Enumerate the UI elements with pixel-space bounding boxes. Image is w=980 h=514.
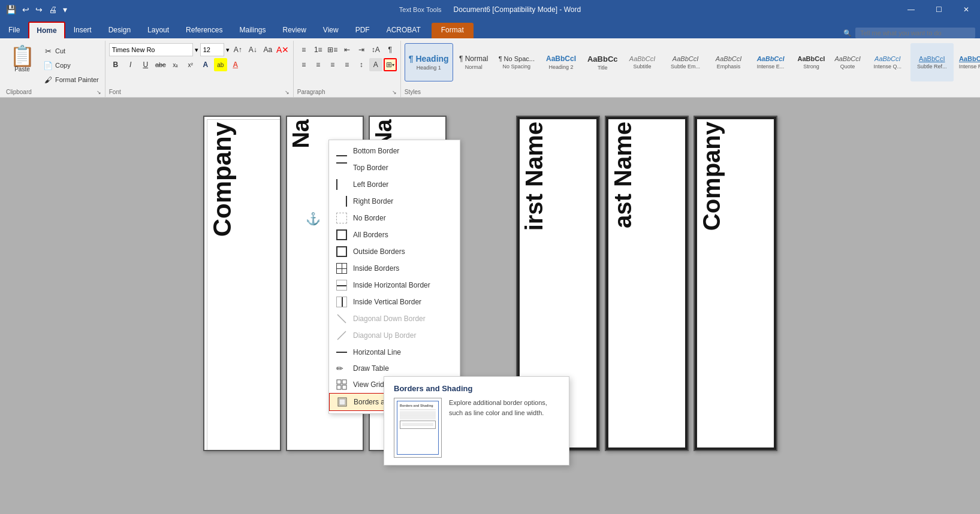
style-subtle-ref-preview: AaBbCcI bbox=[919, 55, 945, 62]
menu-item-outside-borders[interactable]: Outside Borders bbox=[329, 243, 460, 260]
align-left-button[interactable]: ≡ bbox=[297, 58, 310, 71]
shading-button[interactable]: A bbox=[369, 58, 382, 71]
paste-button[interactable]: 📋 Paste bbox=[6, 43, 38, 75]
multilevel-list-button[interactable]: ⊞≡ bbox=[326, 43, 339, 56]
font-name-input[interactable] bbox=[109, 43, 193, 56]
line-spacing-button[interactable]: ↕ bbox=[355, 58, 368, 71]
undo-icon[interactable]: ↩ bbox=[21, 4, 31, 16]
tooltip-image-inner: Borders and Shading bbox=[397, 401, 439, 455]
minimize-button[interactable]: — bbox=[897, 0, 925, 19]
close-button[interactable]: ✕ bbox=[952, 0, 980, 19]
menu-item-no-border[interactable]: No Border bbox=[329, 210, 460, 226]
tab-review[interactable]: Review bbox=[274, 22, 314, 38]
style-subtitle-preview: AaBbCcI bbox=[629, 55, 655, 62]
font-size-input[interactable] bbox=[200, 43, 224, 56]
sort-button[interactable]: ↕A bbox=[369, 43, 382, 56]
style-intense-e[interactable]: AaBbCcI Intense E... bbox=[749, 43, 792, 81]
style-subtle-ref[interactable]: AaBbCcI Subtle Ref... bbox=[910, 43, 954, 81]
style-heading2[interactable]: AaBbCcI Heading 2 bbox=[540, 43, 582, 81]
increase-indent-button[interactable]: ⇥ bbox=[355, 43, 368, 56]
style-emphasis[interactable]: AaBbCcI Emphasis bbox=[710, 43, 748, 81]
tab-layout[interactable]: Layout bbox=[139, 22, 177, 38]
menu-item-diag-down-border[interactable]: Diagonal Down Border bbox=[329, 310, 460, 327]
menu-item-inside-borders[interactable]: Inside Borders bbox=[329, 260, 460, 277]
tab-references[interactable]: References bbox=[177, 22, 231, 38]
menu-item-all-borders[interactable]: All Borders bbox=[329, 226, 460, 243]
clear-format-button[interactable]: A✕ bbox=[276, 43, 290, 56]
menu-item-diag-up-border[interactable]: Diagonal Up Border bbox=[329, 327, 460, 344]
customize-icon[interactable]: ▾ bbox=[62, 4, 68, 16]
style-no-spacing[interactable]: ¶ No Spac... No Spacing bbox=[494, 43, 539, 81]
tab-insert[interactable]: Insert bbox=[65, 22, 100, 38]
paragraph-dialog-launcher[interactable]: ↘ bbox=[392, 89, 397, 95]
text-effects-button[interactable]: A bbox=[199, 58, 212, 71]
draw-table-icon: ✏ bbox=[336, 364, 347, 373]
diag-down-border-icon bbox=[336, 313, 347, 324]
tab-format[interactable]: Format bbox=[432, 23, 474, 38]
style-intense-q[interactable]: AaBbCcI Intense Q... bbox=[866, 43, 909, 81]
tab-acrobat[interactable]: ACROBAT bbox=[378, 22, 429, 38]
menu-item-inside-h-border[interactable]: Inside Horizontal Border bbox=[329, 277, 460, 294]
borders-button[interactable]: ⊞ ▾ bbox=[384, 58, 397, 71]
borders-dropdown-arrow[interactable]: ▾ bbox=[392, 62, 394, 68]
menu-item-left-border[interactable]: Left Border bbox=[329, 176, 460, 193]
font-dialog-launcher[interactable]: ↘ bbox=[285, 89, 290, 95]
inside-borders-icon bbox=[336, 263, 347, 274]
style-subtle-em[interactable]: AaBbCcI Subtle Em... bbox=[663, 43, 708, 81]
style-intense[interactable]: AaBbCcI Intense Ref bbox=[955, 43, 980, 81]
tab-home[interactable]: Home bbox=[28, 22, 65, 38]
save-icon[interactable]: 💾 bbox=[5, 4, 17, 16]
style-title[interactable]: AaBbCc Title bbox=[583, 43, 622, 81]
numbered-list-button[interactable]: 1≡ bbox=[312, 43, 325, 56]
style-strong[interactable]: AaBbCcI Strong bbox=[794, 43, 830, 81]
copy-button[interactable]: 📄 Copy bbox=[41, 59, 101, 72]
menu-item-bottom-border[interactable]: Bottom Border bbox=[329, 143, 460, 159]
font-size-dropdown[interactable]: ▾ bbox=[226, 46, 230, 54]
clipboard-dialog-launcher[interactable]: ↘ bbox=[97, 89, 101, 95]
align-center-button[interactable]: ≡ bbox=[312, 58, 325, 71]
font-name-dropdown[interactable]: ▾ bbox=[195, 46, 198, 54]
page-6-text-company: Company bbox=[699, 122, 723, 231]
style-heading1[interactable]: ¶ Heading Heading 1 bbox=[405, 43, 453, 81]
cut-button[interactable]: ✂ Cut bbox=[41, 44, 101, 58]
paste-label: Paste bbox=[14, 66, 30, 72]
tab-pdf[interactable]: PDF bbox=[347, 22, 378, 38]
menu-item-draw-table[interactable]: ✏ Draw Table bbox=[329, 361, 460, 376]
tab-mailings[interactable]: Mailings bbox=[231, 22, 274, 38]
decrease-font-button[interactable]: A↓ bbox=[246, 43, 260, 56]
tab-view[interactable]: View bbox=[315, 22, 347, 38]
change-case-button[interactable]: Aa bbox=[261, 43, 275, 56]
style-subtitle[interactable]: AaBbCcI Subtitle bbox=[623, 43, 662, 81]
strikethrough-button[interactable]: abc bbox=[154, 58, 167, 71]
bullets-button[interactable]: ≡ bbox=[297, 43, 310, 56]
copy-icon: 📄 bbox=[43, 61, 53, 70]
style-emphasis-preview: AaBbCcI bbox=[716, 55, 741, 62]
decrease-indent-button[interactable]: ⇤ bbox=[340, 43, 354, 56]
underline-button[interactable]: U bbox=[139, 58, 152, 71]
redo-icon[interactable]: ↪ bbox=[34, 4, 44, 16]
bold-button[interactable]: B bbox=[109, 58, 122, 71]
search-input[interactable] bbox=[855, 28, 975, 38]
highlight-button[interactable]: ab bbox=[214, 58, 227, 71]
menu-item-right-border[interactable]: Right Border bbox=[329, 193, 460, 210]
tooltip-description: Explore additional border options, such … bbox=[449, 398, 559, 418]
font-color-button[interactable]: A bbox=[229, 58, 242, 71]
italic-button[interactable]: I bbox=[124, 58, 137, 71]
menu-item-top-border[interactable]: Top Border bbox=[329, 159, 460, 176]
print-icon[interactable]: 🖨 bbox=[47, 4, 58, 16]
align-right-button[interactable]: ≡ bbox=[326, 58, 339, 71]
show-formatting-button[interactable]: ¶ bbox=[384, 43, 397, 56]
search-icon: 🔍 bbox=[843, 29, 852, 37]
subscript-button[interactable]: x₂ bbox=[169, 58, 182, 71]
justify-button[interactable]: ≡ bbox=[340, 58, 354, 71]
superscript-button[interactable]: x² bbox=[184, 58, 197, 71]
style-normal[interactable]: ¶ Normal Normal bbox=[454, 43, 493, 81]
menu-item-h-line[interactable]: Horizontal Line bbox=[329, 344, 460, 361]
maximize-button[interactable]: ☐ bbox=[925, 0, 952, 19]
tab-design[interactable]: Design bbox=[100, 22, 139, 38]
tab-file[interactable]: File bbox=[0, 22, 28, 38]
menu-item-inside-v-border[interactable]: Inside Vertical Border bbox=[329, 294, 460, 310]
format-painter-button[interactable]: 🖌 Format Painter bbox=[41, 73, 101, 86]
increase-font-button[interactable]: A↑ bbox=[231, 43, 245, 56]
style-quote[interactable]: AaBbCcI Quote bbox=[830, 43, 864, 81]
